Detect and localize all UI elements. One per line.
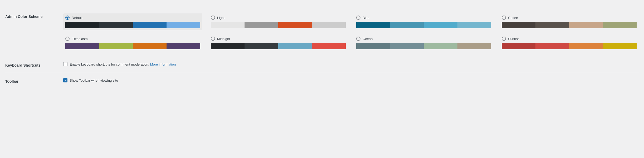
color-swatch [457, 22, 491, 28]
keyboard-shortcuts-more-info-link[interactable]: More information [150, 62, 176, 66]
swatches-default [65, 22, 200, 28]
radio-coffee [502, 16, 506, 20]
color-swatch [569, 22, 603, 28]
color-scheme-option-default[interactable]: Default [63, 13, 202, 30]
color-scheme-option-coffee[interactable]: Coffee [500, 13, 639, 30]
color-swatch [245, 43, 278, 49]
color-swatch [424, 43, 457, 49]
scheme-name-default: Default [72, 16, 82, 20]
toolbar-label: Toolbar [5, 78, 63, 83]
toolbar-checkbox-row: Show Toolbar when viewing site [63, 78, 639, 82]
color-scheme-option-ocean[interactable]: Ocean [354, 34, 493, 51]
color-scheme-option-midnight[interactable]: Midnight [209, 34, 348, 51]
color-swatch [99, 43, 133, 49]
color-swatch [502, 43, 535, 49]
swatches-coffee [502, 22, 637, 28]
color-swatch [390, 43, 424, 49]
color-swatch [99, 22, 133, 28]
color-swatch [535, 43, 569, 49]
radio-default [65, 16, 70, 20]
swatches-blue [356, 22, 491, 28]
scheme-name-sunrise: Sunrise [508, 37, 520, 41]
toolbar-checkbox-label: Show Toolbar when viewing site [70, 78, 118, 82]
color-swatch [65, 22, 99, 28]
swatches-ectoplasm [65, 43, 200, 49]
radio-ectoplasm [65, 37, 70, 41]
radio-blue [356, 16, 360, 20]
admin-color-scheme-row: Admin Color Scheme DefaultLightBlueCoffe… [5, 8, 639, 57]
color-scheme-option-blue[interactable]: Blue [354, 13, 493, 30]
color-swatch [133, 43, 167, 49]
color-swatch [211, 43, 245, 49]
color-swatch [245, 22, 278, 28]
color-swatch [278, 43, 312, 49]
color-swatch [424, 22, 457, 28]
radio-sunrise [502, 37, 506, 41]
color-scheme-option-ectoplasm[interactable]: Ectoplasm [63, 34, 202, 51]
color-swatch [167, 22, 200, 28]
keyboard-shortcuts-checkbox-row: Enable keyboard shortcuts for comment mo… [63, 62, 639, 66]
color-swatch [356, 43, 390, 49]
scheme-name-ocean: Ocean [363, 37, 373, 41]
keyboard-shortcuts-label: Keyboard Shortcuts [5, 62, 63, 67]
color-swatch [457, 43, 491, 49]
color-swatch [133, 22, 167, 28]
color-swatch [211, 22, 245, 28]
color-scheme-grid: DefaultLightBlueCoffeeEctoplasmMidnightO… [63, 13, 639, 51]
color-swatch [603, 22, 637, 28]
radio-light [211, 16, 215, 20]
swatches-ocean [356, 43, 491, 49]
toolbar-row: Toolbar Show Toolbar when viewing site [5, 73, 639, 89]
color-swatch [502, 22, 535, 28]
swatches-midnight [211, 43, 346, 49]
scheme-name-coffee: Coffee [508, 16, 518, 20]
swatches-light [211, 22, 346, 28]
color-scheme-option-light[interactable]: Light [209, 13, 348, 30]
keyboard-shortcuts-text: Enable keyboard shortcuts for comment mo… [70, 62, 176, 66]
swatches-sunrise [502, 43, 637, 49]
color-swatch [312, 22, 346, 28]
color-swatch [356, 22, 390, 28]
toolbar-checkbox[interactable] [63, 78, 67, 82]
scheme-name-ectoplasm: Ectoplasm [72, 37, 88, 41]
scheme-name-light: Light [217, 16, 225, 20]
color-swatch [569, 43, 603, 49]
color-swatch [603, 43, 637, 49]
color-scheme-content: DefaultLightBlueCoffeeEctoplasmMidnightO… [63, 13, 639, 51]
color-swatch [312, 43, 346, 49]
toolbar-content: Show Toolbar when viewing site [63, 78, 639, 83]
color-swatch [167, 43, 200, 49]
keyboard-shortcuts-checkbox[interactable] [63, 62, 67, 66]
color-scheme-option-sunrise[interactable]: Sunrise [500, 34, 639, 51]
color-swatch [390, 22, 424, 28]
scheme-name-midnight: Midnight [217, 37, 230, 41]
color-swatch [65, 43, 99, 49]
keyboard-shortcuts-row: Keyboard Shortcuts Enable keyboard short… [5, 57, 639, 73]
radio-midnight [211, 37, 215, 41]
admin-color-scheme-label: Admin Color Scheme [5, 13, 63, 51]
radio-ocean [356, 37, 360, 41]
scheme-name-blue: Blue [363, 16, 369, 20]
color-swatch [535, 22, 569, 28]
keyboard-shortcuts-content: Enable keyboard shortcuts for comment mo… [63, 62, 639, 67]
color-swatch [278, 22, 312, 28]
